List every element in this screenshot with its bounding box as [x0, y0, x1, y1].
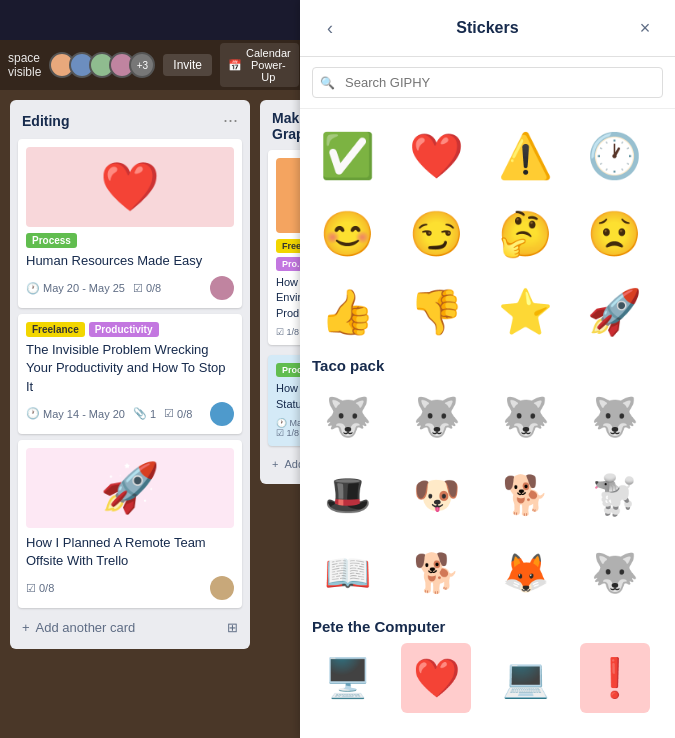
taco-sticker-4[interactable]: 🐺 — [580, 382, 650, 452]
card-image-heart: ❤️ — [26, 147, 234, 227]
stickers-panel: ‹ Stickers × ✅ ❤️ ⚠️ 🕐 😊 😏 🤔 😟 👍 👎 ⭐ 🚀 — [300, 0, 675, 738]
calendar-powerup-button[interactable]: 📅 Calendar Power-Up — [220, 43, 299, 87]
back-button[interactable]: ‹ — [316, 14, 344, 42]
card-checklist: ☑ 0/8 — [133, 282, 161, 295]
sticker-thumbsup[interactable]: 👍 — [312, 277, 382, 347]
sticker-worried[interactable]: 😟 — [580, 199, 650, 269]
template-icon: ⊞ — [227, 620, 238, 635]
label-process-5: Process — [276, 363, 300, 377]
list-title-making-graphics: Making Graphics — [272, 110, 300, 142]
card-human-resources[interactable]: ❤️ Process Human Resources Made Easy 🕐 M… — [18, 139, 242, 308]
taco-sticker-2[interactable]: 🐺 — [401, 382, 471, 452]
card-checklist-5: ☑ 1/8 — [276, 428, 300, 438]
add-card-button-making-graphics[interactable]: + Add another c... — [268, 452, 300, 476]
card-title-hr: Human Resources Made Easy — [26, 252, 234, 270]
card-avatar-3 — [210, 576, 234, 600]
sticker-smirk[interactable]: 😏 — [401, 199, 471, 269]
taco-sticker-10[interactable]: 🐕 — [401, 538, 471, 608]
card-title-remote: How I Planned A Remote Team Offsite With… — [26, 534, 234, 570]
card-status-update[interactable]: Process How To Give Your Status Update 🕐… — [268, 355, 300, 446]
pete-title: Pete the Computer — [312, 618, 663, 635]
member-avatars: +3 — [49, 52, 155, 78]
card-environment[interactable]: 🖥️ Freelance Pro... How Your Environ... … — [268, 150, 300, 345]
plus-icon-mg: + — [272, 458, 278, 470]
list-menu-editing[interactable]: ··· — [223, 110, 238, 131]
sticker-thinking[interactable]: 🤔 — [491, 199, 561, 269]
space-visible-label: space visible — [8, 51, 41, 79]
label-pro-4: Pro... — [276, 257, 300, 271]
card-title-invisible: The Invisible Problem Wrecking Your Prod… — [26, 341, 234, 396]
taco-sticker-12[interactable]: 🐺 — [580, 538, 650, 608]
pete-sticker-4[interactable]: ❗ — [580, 643, 650, 713]
list-header-making-graphics: Making Graphics — [268, 108, 300, 144]
stickers-title: Stickers — [344, 19, 631, 37]
sticker-thumbsdown[interactable]: 👎 — [401, 277, 471, 347]
checklist-icon: ☑ — [133, 282, 143, 295]
card-title-environment: How Your Environ... Your Productivity — [276, 275, 300, 321]
taco-sticker-6[interactable]: 🐶 — [401, 460, 471, 530]
calendar-icon: 📅 — [228, 59, 242, 72]
sticker-clock[interactable]: 🕐 — [580, 121, 650, 191]
taco-row-1: 🐺 🐺 🐺 🐺 — [312, 382, 663, 452]
label-process: Process — [26, 233, 77, 248]
card-checklist-2: ☑ 0/8 — [164, 407, 192, 420]
taco-row-3: 📖 🐕 🦊 🐺 — [312, 538, 663, 608]
card-labels-5: Process — [276, 363, 300, 377]
basic-stickers-row-1: ✅ ❤️ ⚠️ 🕐 — [312, 121, 663, 191]
plus-icon: + — [22, 620, 30, 635]
card-date-2: 🕐 May 14 - May 20 — [26, 407, 125, 420]
close-button[interactable]: × — [631, 14, 659, 42]
clock-icon-2: 🕐 — [26, 407, 40, 420]
card-image-office: 🖥️ — [276, 158, 300, 233]
search-wrapper — [312, 67, 663, 98]
board-toolbar: space visible +3 Invite 📅 Calendar Power… — [0, 40, 300, 90]
invite-button[interactable]: Invite — [163, 54, 212, 76]
sticker-rocket[interactable]: 🚀 — [580, 277, 650, 347]
taco-sticker-8[interactable]: 🐩 — [580, 460, 650, 530]
card-attachment: 📎 1 — [133, 407, 156, 420]
card-labels-4: Freelance Pro... — [276, 239, 300, 271]
taco-row-2: 🎩 🐶 🐕 🐩 — [312, 460, 663, 530]
taco-sticker-3[interactable]: 🐺 — [491, 382, 561, 452]
card-labels: Process — [26, 233, 234, 248]
card-meta-2: 🕐 May 14 - May 20 📎 1 ☑ 0/8 — [26, 402, 234, 426]
pete-sticker-3[interactable]: 💻 — [491, 643, 561, 713]
basic-stickers-row-2: 😊 😏 🤔 😟 — [312, 199, 663, 269]
taco-sticker-7[interactable]: 🐕 — [491, 460, 561, 530]
sticker-smile[interactable]: 😊 — [312, 199, 382, 269]
card-date: 🕐 May 20 - May 25 — [26, 282, 125, 295]
basic-stickers-row-3: 👍 👎 ⭐ 🚀 — [312, 277, 663, 347]
card-invisible-problem[interactable]: Freelance Productivity The Invisible Pro… — [18, 314, 242, 434]
taco-sticker-1[interactable]: 🐺 — [312, 382, 382, 452]
list-making-graphics: Making Graphics 🖥️ Freelance Pro... How … — [260, 100, 300, 484]
add-card-button-editing[interactable]: + Add another card ⊞ — [18, 614, 242, 641]
card-avatar-2 — [210, 402, 234, 426]
card-avatar — [210, 276, 234, 300]
card-checklist-3: ☑ 0/8 — [26, 582, 54, 595]
checklist-icon-2: ☑ — [164, 407, 174, 420]
member-count[interactable]: +3 — [129, 52, 155, 78]
stickers-header: ‹ Stickers × — [300, 0, 675, 57]
taco-sticker-5[interactable]: 🎩 — [312, 460, 382, 530]
card-labels-2: Freelance Productivity — [26, 322, 234, 337]
pete-row-1: 🖥️ ❤️ 💻 ❗ — [312, 643, 663, 713]
clock-icon: 🕐 — [26, 282, 40, 295]
taco-sticker-9[interactable]: 📖 — [312, 538, 382, 608]
sticker-checkmark[interactable]: ✅ — [312, 121, 382, 191]
card-image-rocket: 🚀 — [26, 448, 234, 528]
card-remote-team[interactable]: 🚀 How I Planned A Remote Team Offsite Wi… — [18, 440, 242, 608]
sticker-heart[interactable]: ❤️ — [401, 121, 471, 191]
checklist-icon-3: ☑ — [26, 582, 36, 595]
list-editing: Editing ··· ❤️ Process Human Resources M… — [10, 100, 250, 649]
label-productivity: Productivity — [89, 322, 159, 337]
card-meta-4: ☑ 1/8 — [276, 327, 300, 337]
taco-sticker-11[interactable]: 🦊 — [491, 538, 561, 608]
card-meta: 🕐 May 20 - May 25 ☑ 0/8 — [26, 276, 234, 300]
label-freelance: Freelance — [26, 322, 85, 337]
pete-sticker-2[interactable]: ❤️ — [401, 643, 471, 713]
sticker-star[interactable]: ⭐ — [491, 277, 561, 347]
stickers-content: ✅ ❤️ ⚠️ 🕐 😊 😏 🤔 😟 👍 👎 ⭐ 🚀 Taco pack 🐺 🐺 … — [300, 109, 675, 738]
sticker-warning[interactable]: ⚠️ — [491, 121, 561, 191]
search-input[interactable] — [312, 67, 663, 98]
pete-sticker-1[interactable]: 🖥️ — [312, 643, 382, 713]
